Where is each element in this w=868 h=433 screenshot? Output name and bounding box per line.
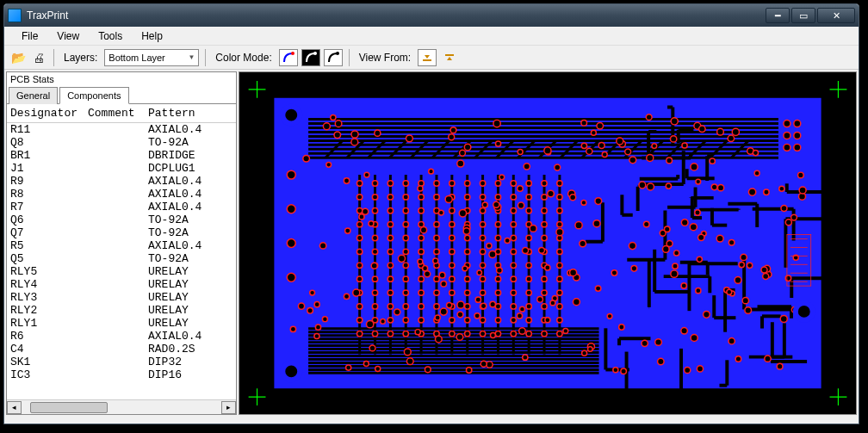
svg-point-395 (784, 121, 790, 127)
scroll-right-button[interactable]: ▸ (221, 401, 236, 414)
svg-point-353 (518, 186, 523, 191)
svg-point-109 (480, 263, 485, 268)
cell-pattern: URELAY (148, 291, 232, 304)
components-table[interactable]: R11AXIAL0.4Q8TO-92ABR1DBRIDGEJ1DCPLUG1R9… (7, 123, 236, 399)
svg-point-41 (388, 318, 393, 323)
table-row[interactable]: Q6TO-92A (7, 213, 236, 226)
svg-point-283 (595, 198, 602, 205)
header-pattern[interactable]: Pattern (148, 107, 232, 120)
cell-pattern: AXIAL0.4 (148, 201, 232, 213)
table-row[interactable]: Q5TO-92A (7, 252, 236, 265)
scroll-track[interactable] (22, 401, 221, 414)
svg-point-208 (369, 221, 374, 226)
header-comment[interactable]: Comment (88, 107, 148, 120)
svg-point-378 (346, 365, 351, 370)
svg-point-248 (464, 144, 471, 151)
svg-point-172 (557, 304, 562, 309)
svg-point-406 (282, 362, 300, 380)
print-icon[interactable]: 🖨 (30, 49, 47, 66)
svg-point-207 (545, 265, 550, 270)
table-row[interactable]: Q8TO-92A (7, 136, 236, 149)
horizontal-scrollbar[interactable]: ◂ ▸ (7, 399, 236, 414)
close-button[interactable]: ✕ (817, 8, 855, 23)
titlebar[interactable]: TraxPrint ━ ▭ ✕ (4, 4, 859, 27)
table-row[interactable]: BR1DBRIDGE (7, 149, 236, 162)
tab-components[interactable]: Components (59, 87, 128, 104)
svg-point-130 (511, 221, 516, 226)
svg-point-170 (557, 276, 562, 281)
cell-pattern: AXIAL0.4 (148, 175, 232, 188)
cell-comment (88, 330, 148, 343)
table-row[interactable]: SK1DIP32 (7, 356, 236, 368)
svg-point-136 (511, 304, 516, 309)
svg-point-186 (673, 263, 678, 269)
colormode-color-button[interactable] (279, 49, 298, 66)
cell-comment (88, 188, 148, 201)
menu-view[interactable]: View (48, 28, 88, 44)
table-row[interactable]: J1DCPLUG1 (7, 162, 236, 175)
svg-point-317 (425, 271, 431, 277)
svg-point-338 (611, 270, 617, 275)
viewfrom-bottom-button[interactable] (440, 49, 459, 66)
colormode-mono-button[interactable] (324, 49, 343, 66)
svg-point-7 (356, 181, 362, 186)
cell-pattern: TO-92A (148, 226, 232, 239)
cell-pattern: URELAY (148, 265, 232, 278)
table-row[interactable]: R9AXIAL0.4 (7, 175, 236, 188)
layer-select[interactable]: Bottom Layer ▼ (104, 49, 199, 66)
svg-point-147 (526, 290, 531, 295)
svg-point-388 (671, 270, 678, 277)
svg-point-257 (573, 299, 580, 306)
svg-point-324 (593, 220, 600, 227)
svg-point-95 (465, 235, 470, 240)
table-row[interactable]: R11AXIAL0.4 (7, 123, 236, 136)
cell-designator: R8 (10, 188, 88, 201)
header-designator[interactable]: Designator (10, 107, 88, 120)
cell-designator: RLY3 (10, 291, 88, 304)
svg-point-385 (369, 345, 375, 351)
maximize-button[interactable]: ▭ (791, 8, 815, 23)
svg-point-260 (764, 189, 769, 195)
menu-help[interactable]: Help (133, 28, 171, 44)
cell-comment (88, 175, 148, 188)
app-window: TraxPrint ━ ▭ ✕ File View Tools Help 📂 🖨… (3, 3, 859, 424)
table-row[interactable]: RLY1URELAY (7, 317, 236, 330)
svg-point-149 (526, 318, 531, 323)
menu-tools[interactable]: Tools (90, 28, 131, 44)
open-icon[interactable]: 📂 (9, 49, 27, 66)
table-row[interactable]: R7AXIAL0.4 (7, 201, 236, 213)
table-row[interactable]: RLY3URELAY (7, 291, 236, 304)
table-row[interactable]: R8AXIAL0.4 (7, 188, 236, 201)
table-row[interactable]: RLY5URELAY (7, 265, 236, 278)
svg-point-261 (435, 336, 442, 343)
cell-designator: Q7 (10, 226, 88, 239)
scroll-left-button[interactable]: ◂ (7, 401, 22, 414)
table-row[interactable]: IC3DIP16 (7, 368, 236, 381)
minimize-button[interactable]: ━ (766, 8, 790, 23)
pcb-viewport[interactable] (239, 71, 857, 415)
cell-designator: RLY4 (10, 278, 88, 291)
svg-point-217 (445, 195, 452, 202)
colormode-dark-button[interactable] (301, 49, 320, 66)
table-row[interactable]: C4RAD0.2S (7, 343, 236, 356)
svg-point-194 (371, 263, 377, 269)
table-row[interactable]: RLY2URELAY (7, 304, 236, 317)
table-row[interactable]: R6AXIAL0.4 (7, 330, 236, 343)
scroll-thumb[interactable] (30, 402, 108, 413)
menu-file[interactable]: File (13, 28, 46, 44)
cell-pattern: TO-92A (148, 252, 232, 265)
table-row[interactable]: RLY4URELAY (7, 278, 236, 291)
svg-point-300 (754, 170, 760, 176)
table-row[interactable]: R5AXIAL0.4 (7, 239, 236, 252)
svg-point-206 (517, 313, 522, 319)
svg-point-246 (747, 263, 753, 268)
svg-point-342 (440, 308, 447, 315)
tab-general[interactable]: General (9, 87, 58, 104)
svg-point-340 (658, 358, 665, 365)
cell-pattern: TO-92A (148, 136, 232, 149)
svg-point-18 (356, 331, 362, 337)
viewfrom-top-button[interactable] (418, 49, 437, 66)
svg-point-202 (691, 335, 698, 342)
table-row[interactable]: Q7TO-92A (7, 226, 236, 239)
statusbar (4, 417, 859, 424)
